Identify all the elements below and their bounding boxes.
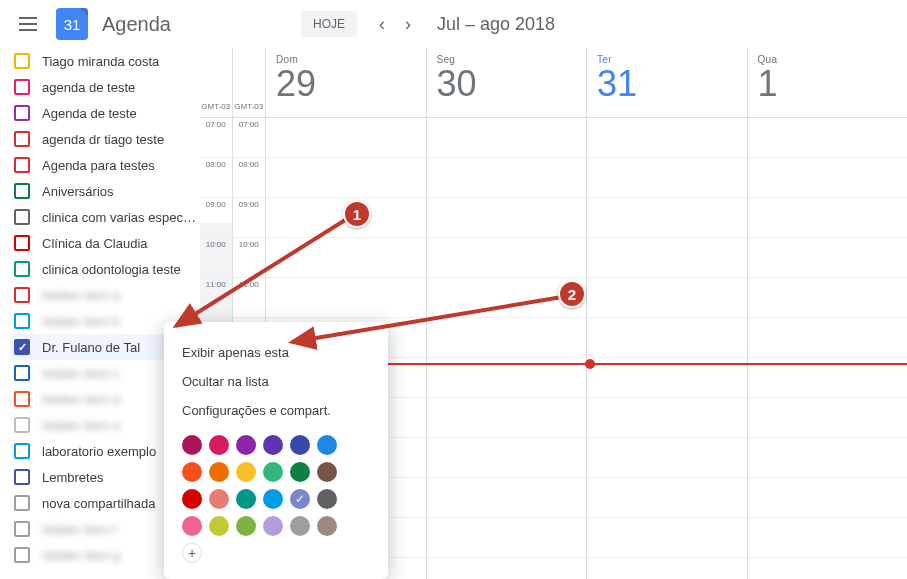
time-slot[interactable] bbox=[587, 518, 747, 558]
color-swatch[interactable] bbox=[317, 435, 337, 455]
time-slot[interactable] bbox=[427, 158, 587, 198]
calendar-checkbox[interactable] bbox=[14, 313, 30, 329]
color-swatch[interactable] bbox=[263, 489, 283, 509]
color-swatch[interactable] bbox=[182, 489, 202, 509]
color-swatch[interactable] bbox=[209, 462, 229, 482]
color-swatch[interactable] bbox=[290, 489, 310, 509]
time-slot[interactable] bbox=[266, 238, 426, 278]
calendar-checkbox[interactable] bbox=[14, 105, 30, 121]
color-swatch[interactable] bbox=[290, 462, 310, 482]
next-button[interactable]: › bbox=[395, 11, 421, 37]
calendar-list-item[interactable]: agenda de teste bbox=[10, 74, 200, 100]
calendar-checkbox[interactable] bbox=[14, 287, 30, 303]
calendar-checkbox[interactable] bbox=[14, 495, 30, 511]
time-slot[interactable] bbox=[427, 278, 587, 318]
time-slot[interactable] bbox=[587, 198, 747, 238]
time-slot[interactable] bbox=[587, 558, 747, 579]
color-swatch[interactable] bbox=[263, 516, 283, 536]
time-slot[interactable] bbox=[427, 558, 587, 579]
time-slot[interactable] bbox=[748, 278, 908, 318]
time-slot[interactable] bbox=[748, 118, 908, 158]
calendar-list-item[interactable]: Aniversários bbox=[10, 178, 200, 204]
calendar-list-item[interactable]: clinica com varias especia... bbox=[10, 204, 200, 230]
color-swatch[interactable] bbox=[209, 516, 229, 536]
time-slot[interactable] bbox=[587, 318, 747, 358]
calendar-checkbox[interactable] bbox=[14, 391, 30, 407]
time-slot[interactable] bbox=[587, 278, 747, 318]
color-swatch[interactable] bbox=[182, 516, 202, 536]
calendar-checkbox[interactable] bbox=[14, 79, 30, 95]
color-swatch[interactable] bbox=[263, 435, 283, 455]
prev-button[interactable]: ‹ bbox=[369, 11, 395, 37]
calendar-checkbox[interactable] bbox=[14, 183, 30, 199]
add-custom-color-button[interactable]: + bbox=[182, 543, 202, 563]
time-slot[interactable] bbox=[587, 158, 747, 198]
color-swatch[interactable] bbox=[182, 435, 202, 455]
day-header-cell[interactable]: Ter31 bbox=[587, 48, 748, 117]
calendar-checkbox[interactable] bbox=[14, 339, 30, 355]
color-swatch[interactable] bbox=[209, 435, 229, 455]
time-slot[interactable] bbox=[587, 398, 747, 438]
time-slot[interactable] bbox=[748, 558, 908, 579]
color-swatch[interactable] bbox=[317, 516, 337, 536]
color-swatch[interactable] bbox=[236, 516, 256, 536]
day-column[interactable] bbox=[587, 118, 748, 579]
time-slot[interactable] bbox=[427, 238, 587, 278]
time-slot[interactable] bbox=[748, 198, 908, 238]
hamburger-menu-button[interactable] bbox=[8, 4, 48, 44]
time-slot[interactable] bbox=[748, 318, 908, 358]
calendar-checkbox[interactable] bbox=[14, 261, 30, 277]
day-column[interactable] bbox=[427, 118, 588, 579]
time-slot[interactable] bbox=[587, 238, 747, 278]
day-header-cell[interactable]: Qua1 bbox=[748, 48, 908, 117]
time-slot[interactable] bbox=[427, 198, 587, 238]
time-slot[interactable] bbox=[266, 198, 426, 238]
calendar-checkbox[interactable] bbox=[14, 209, 30, 225]
time-slot[interactable] bbox=[427, 478, 587, 518]
time-slot[interactable] bbox=[748, 518, 908, 558]
calendar-checkbox[interactable] bbox=[14, 131, 30, 147]
time-slot[interactable] bbox=[427, 518, 587, 558]
day-header-cell[interactable]: Seg30 bbox=[427, 48, 588, 117]
color-swatch[interactable] bbox=[263, 462, 283, 482]
calendar-checkbox[interactable] bbox=[14, 157, 30, 173]
day-header-cell[interactable]: Dom29 bbox=[266, 48, 427, 117]
time-slot[interactable] bbox=[266, 278, 426, 318]
calendar-checkbox[interactable] bbox=[14, 235, 30, 251]
time-slot[interactable] bbox=[748, 438, 908, 478]
calendar-list-item[interactable]: Agenda de teste bbox=[10, 100, 200, 126]
color-swatch[interactable] bbox=[317, 489, 337, 509]
calendar-checkbox[interactable] bbox=[14, 53, 30, 69]
calendar-checkbox[interactable] bbox=[14, 521, 30, 537]
time-slot[interactable] bbox=[748, 238, 908, 278]
color-swatch[interactable] bbox=[236, 435, 256, 455]
settings-share-option[interactable]: Configurações e compart. bbox=[164, 396, 388, 425]
time-slot[interactable] bbox=[266, 158, 426, 198]
time-slot[interactable] bbox=[748, 398, 908, 438]
time-slot[interactable] bbox=[748, 478, 908, 518]
time-slot[interactable] bbox=[266, 118, 426, 158]
color-swatch[interactable] bbox=[236, 489, 256, 509]
hide-from-list-option[interactable]: Ocultar na lista bbox=[164, 367, 388, 396]
today-button[interactable]: HOJE bbox=[301, 11, 357, 37]
time-slot[interactable] bbox=[427, 118, 587, 158]
calendar-checkbox[interactable] bbox=[14, 365, 30, 381]
calendar-list-item[interactable]: Tiago miranda costa bbox=[10, 48, 200, 74]
calendar-list-item[interactable]: Clínica da Claudia bbox=[10, 230, 200, 256]
color-swatch[interactable] bbox=[317, 462, 337, 482]
calendar-list-item[interactable]: clinica odontologia teste bbox=[10, 256, 200, 282]
color-swatch[interactable] bbox=[182, 462, 202, 482]
time-slot[interactable] bbox=[427, 438, 587, 478]
color-swatch[interactable] bbox=[290, 435, 310, 455]
calendar-checkbox[interactable] bbox=[14, 443, 30, 459]
calendar-checkbox[interactable] bbox=[14, 547, 30, 563]
time-slot[interactable] bbox=[748, 158, 908, 198]
show-only-this-option[interactable]: Exibir apenas esta bbox=[164, 338, 388, 367]
calendar-checkbox[interactable] bbox=[14, 417, 30, 433]
calendar-list-item[interactable]: hidden item a bbox=[10, 282, 200, 308]
time-slot[interactable] bbox=[587, 438, 747, 478]
color-swatch[interactable] bbox=[209, 489, 229, 509]
time-slot[interactable] bbox=[587, 478, 747, 518]
calendar-checkbox[interactable] bbox=[14, 469, 30, 485]
time-slot[interactable] bbox=[427, 398, 587, 438]
